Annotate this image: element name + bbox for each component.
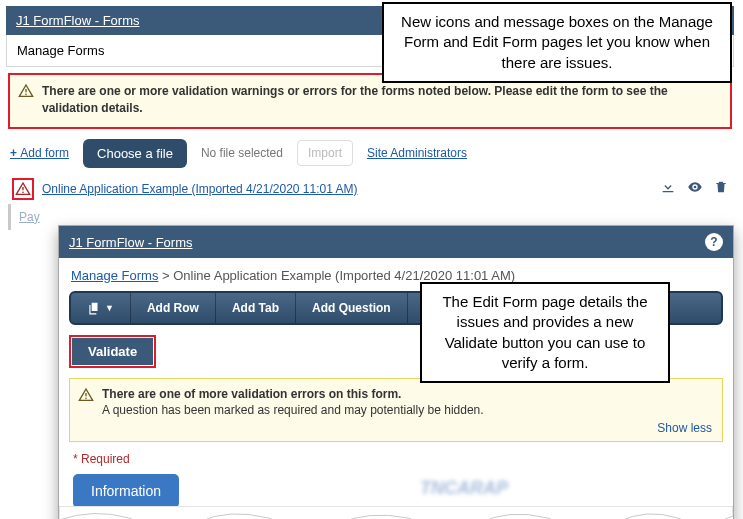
preview-icon[interactable] [686,179,704,198]
panel2-title: J1 FormFlow - Forms [69,235,193,250]
form-name-link[interactable]: Online Application Example (Imported 4/2… [42,182,358,196]
no-file-label: No file selected [201,146,283,160]
breadcrumb-sep: > [158,268,173,283]
site-admins-link[interactable]: Site Administrators [367,146,467,160]
add-tab-button[interactable]: Add Tab [216,293,296,323]
help-icon[interactable]: ? [705,233,723,251]
panel2-header: J1 FormFlow - Forms ? [59,226,733,258]
manage-toolbar: Add form Choose a file No file selected … [6,129,734,174]
chevron-down-icon: ▼ [105,303,114,313]
validate-button[interactable]: Validate [72,338,153,365]
validate-highlight: Validate [69,335,156,368]
import-button[interactable]: Import [297,140,353,166]
information-tab[interactable]: Information [73,474,179,508]
breadcrumb-root[interactable]: Manage Forms [71,268,158,283]
copy-icon [87,301,101,315]
add-form-link[interactable]: Add form [10,146,69,160]
form-row-actions [660,179,728,198]
warning-icon [78,387,94,403]
torn-edge-decoration [59,506,733,519]
breadcrumb-current: Online Application Example (Imported 4/2… [173,268,515,283]
callout-top: New icons and message boxes on the Manag… [382,2,732,83]
edit-warning-line1: There are one of more validation errors … [102,387,712,401]
svg-point-1 [25,94,27,96]
add-question-button[interactable]: Add Question [296,293,408,323]
svg-point-3 [22,191,24,193]
download-icon[interactable] [660,179,676,198]
svg-point-5 [85,398,87,400]
warning-icon [18,83,34,99]
choose-file-button[interactable]: Choose a file [83,139,187,168]
form-list-row: Online Application Example (Imported 4/2… [6,174,734,204]
delete-icon[interactable] [714,179,728,198]
copy-menu[interactable]: ▼ [71,293,131,323]
edit-warning-line2: A question has been marked as required a… [102,403,712,417]
edit-warning-banner: There are one of more validation errors … [69,378,723,442]
form-warning-icon [12,178,34,200]
warning-text: There are one or more validation warning… [42,84,668,115]
callout-mid: The Edit Form page details the issues an… [420,282,670,383]
panel1-title: J1 FormFlow - Forms [16,13,140,28]
required-note: * Required [73,452,719,466]
add-row-button[interactable]: Add Row [131,293,216,323]
show-less-link[interactable]: Show less [657,421,712,435]
